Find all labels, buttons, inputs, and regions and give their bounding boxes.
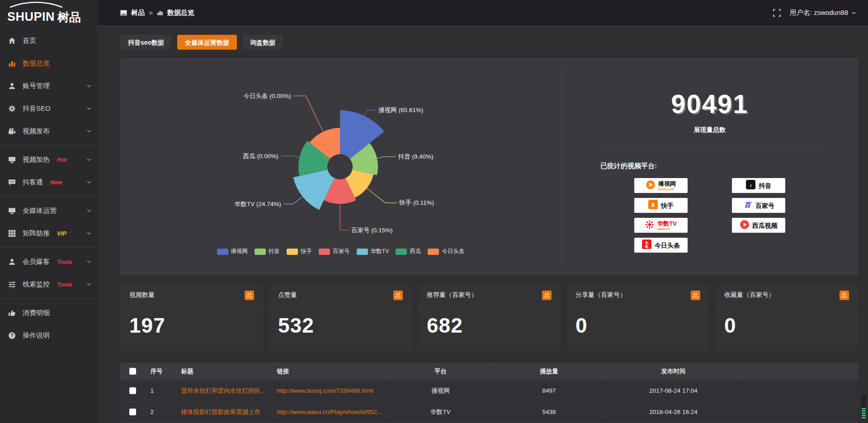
sidebar-menu: 首页数据总览账号管理抖音SEO视频发布视频加热Hot抖客通New全媒体运营矩阵助… [0,26,98,347]
platform-sub: wasu.cn [657,227,670,230]
total-badge[interactable]: 总 [393,291,403,300]
stat-card-header: 推荐量（百家号）总 [418,285,561,306]
platform-badge-boosj: 播视网boosj.com [634,178,688,193]
row-platform: 播视网 [387,380,494,401]
sidebar-item-badge: Tools [57,258,72,265]
chart-icon [8,59,16,67]
spend-icon [8,309,16,317]
scroll-indicator-widget[interactable] [860,394,867,420]
platform-badge-toutiao: 头条今日头条 [634,238,688,253]
row-checkbox[interactable] [129,409,136,415]
stat-card-value: 532 [269,306,412,338]
sidebar-item-account[interactable]: 账号管理 [0,75,98,97]
sidebar-item-home[interactable]: 首页 [0,29,98,52]
row-index: 1 [146,380,176,401]
sidebar-divider [0,145,98,146]
tab-inquiry-data[interactable]: 询盘数据 [242,35,283,50]
video-icon [8,127,16,135]
pie-label: 快手 (0.11%) [399,199,434,206]
stat-card-title: 分享量（百家号） [576,291,626,299]
sidebar-item-matrix-boost[interactable]: 矩阵助推VIP [0,222,98,244]
legend-item[interactable]: 西瓜 [396,248,421,255]
chevron-down-icon [86,282,92,287]
row-checkbox[interactable] [129,387,136,394]
toutiao-logo-icon: 头条 [642,240,651,251]
platform-badge-text: 快手 [661,202,674,209]
sidebar-item-douyin-seo[interactable]: 抖音SEO [0,97,98,120]
row-plays: 5438 [494,401,604,423]
total-badge[interactable]: 总 [840,291,849,300]
topbar: 树品 > 数据总览 用户名: zswodun88 [98,0,868,26]
total-badge[interactable]: 总 [691,291,700,300]
table-header-4: 平台 [387,363,494,380]
breadcrumb-root[interactable]: 树品 [131,9,145,17]
total-badge[interactable]: 总 [542,291,552,300]
legend-item[interactable]: 华数TV [357,248,389,255]
logo-text-sub: 树品 [57,11,81,23]
chart-area: 播视网 (65.61%)抖音 (9.40%)快手 (0.11%)百家号 (0.1… [120,58,561,275]
svg-text:♪: ♪ [750,182,752,188]
breadcrumb: 树品 > 数据总览 [120,9,194,17]
sidebar-item-help[interactable]: ?操作说明 [0,324,98,347]
sidebar-item-clue-monitor[interactable]: 线索监控Tools [0,273,98,296]
heat-icon [8,155,16,164]
legend-item[interactable]: 快手 [287,248,312,255]
tab-douyin-seo-data[interactable]: 抖音seo数据 [120,35,172,50]
table-header-3: 链接 [272,363,387,380]
scroll-indicator-bar [862,415,866,416]
row-url-link[interactable]: http://www.wasu.cn/Play/show/id/952... [272,401,387,423]
row-extra [742,401,858,423]
tab-media-ops-data[interactable]: 全媒体运营数据 [177,35,237,50]
legend-item[interactable]: 今日头条 [428,248,464,255]
sidebar-item-label: 矩阵助推 [23,229,50,238]
sidebar-item-media-ops[interactable]: 全媒体运营 [0,199,98,222]
platform-badge-douyin: ♪抖音 [732,178,785,193]
gear-icon [8,104,16,113]
row-time: 2017-08-24 17:04 [604,380,742,401]
legend-item[interactable]: 抖音 [255,248,280,255]
row-title-link[interactable]: 楼体投影灯投影效果震撼上市 [176,401,272,423]
fullscreen-icon[interactable] [773,9,781,17]
boosj-logo-icon [646,180,655,191]
sidebar-item-spend-detail[interactable]: 消费明细 [0,301,98,324]
row-url-link[interactable]: http://www.boosj.com/7338468.html [272,380,387,401]
stat-card-header: 视频数量总 [120,285,263,306]
platform-badge-text: 西瓜视频 [752,222,778,229]
legend-item[interactable]: 播视网 [217,248,248,255]
legend-label: 华数TV [371,248,389,255]
pie-label: 抖音 (9.40%) [398,153,434,160]
sidebar-item-member[interactable]: 会员爆客Tools [0,250,98,273]
sidebar-item-label: 线索监控 [23,280,50,289]
row-index: 2 [146,401,176,423]
legend-swatch [319,249,330,255]
stat-card-header: 分享量（百家号）总 [566,285,709,306]
platform-badge-text: 华数TVwasu.cn [657,221,677,230]
sidebar-item-doukertong[interactable]: 抖客通New [0,171,98,193]
row-title-link[interactable]: 室外水纹灯和室内水纹灯的区别和简介 [176,380,272,401]
table-body: 1室外水纹灯和室内水纹灯的区别和简介http://www.boosj.com/7… [120,380,858,423]
select-all-checkbox[interactable] [129,368,136,375]
sidebar-divider [0,298,98,299]
sidebar: SHUPIN 树品 首页数据总览账号管理抖音SEO视频发布视频加热Hot抖客通N… [0,0,98,423]
row-checkbox-cell [120,380,146,401]
chevron-down-icon [86,208,92,213]
bar-chart-icon [157,9,163,16]
total-badge[interactable]: 总 [245,291,254,300]
stat-card-title: 推荐量（百家号） [427,291,477,299]
legend-item[interactable]: 百家号 [319,248,350,255]
sidebar-item-video-heat[interactable]: 视频加热Hot [0,148,98,171]
breadcrumb-separator: > [149,9,153,17]
chevron-down-icon [86,259,92,264]
user-menu[interactable]: 用户名: zswodun88 [790,9,856,17]
table-header-1: 序号 [146,363,176,380]
sidebar-divider [0,247,98,248]
row-extra [742,380,858,401]
user-icon [8,82,16,90]
sidebar-item-badge: New [50,179,62,186]
sidebar-item-label: 会员爆客 [23,258,50,266]
member-icon [8,258,16,266]
pie-label: 播视网 (65.61%) [378,107,423,113]
sidebar-item-video-publish[interactable]: 视频发布 [0,120,98,142]
stat-card-header: 收藏量（百家号）总 [715,285,858,306]
sidebar-item-overview[interactable]: 数据总览 [0,52,98,75]
